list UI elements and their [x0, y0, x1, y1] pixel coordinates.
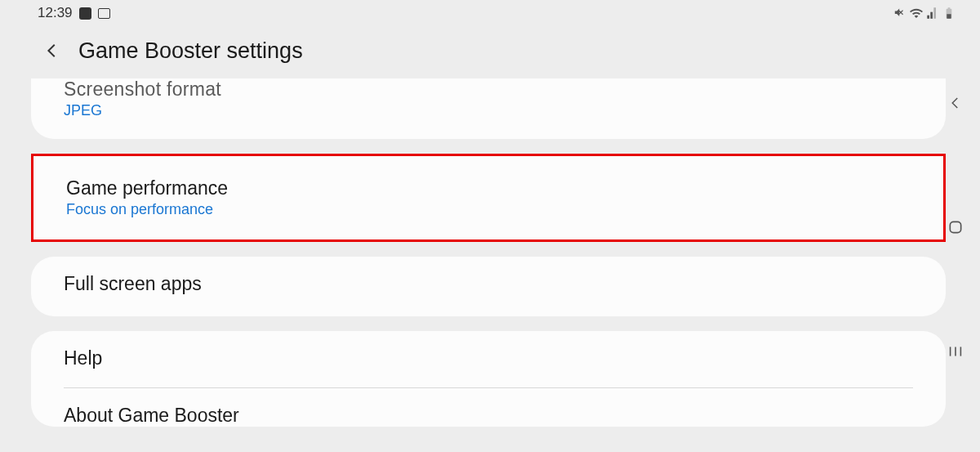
chevron-left-icon: [43, 42, 61, 60]
setting-title: Full screen apps: [64, 273, 913, 295]
header: Game Booster settings: [0, 25, 980, 80]
nav-back-button[interactable]: [946, 93, 965, 113]
status-right: [893, 7, 956, 20]
setting-about[interactable]: About Game Booster: [64, 388, 913, 427]
setting-help[interactable]: Help: [64, 347, 913, 369]
gallery-icon: [98, 8, 110, 19]
wifi-icon: [910, 7, 923, 20]
setting-value: JPEG: [64, 102, 913, 119]
nav-recents-button[interactable]: [946, 342, 965, 361]
status-bar: 12:39: [0, 0, 980, 25]
setting-game-performance[interactable]: Game performance Focus on performance: [31, 154, 946, 242]
setting-title: Screenshot format: [64, 78, 913, 101]
status-left: 12:39: [38, 5, 110, 21]
chevron-left-icon: [948, 96, 963, 110]
svg-rect-0: [950, 222, 960, 232]
setting-value: Focus on performance: [66, 201, 911, 218]
side-navigation: [946, 93, 965, 361]
app-indicator-icon: [79, 7, 91, 20]
back-button[interactable]: [39, 38, 65, 64]
setting-help-about-group: Help About Game Booster: [31, 331, 946, 427]
status-time: 12:39: [38, 5, 73, 21]
mute-icon: [893, 7, 906, 20]
home-outline-icon: [947, 219, 964, 235]
settings-content: Screenshot format JPEG Game performance …: [0, 78, 980, 427]
recents-icon: [947, 345, 964, 358]
signal-icon: [926, 7, 939, 20]
battery-icon: [942, 7, 956, 20]
setting-full-screen-apps[interactable]: Full screen apps: [31, 257, 946, 316]
setting-title: Game performance: [66, 177, 911, 199]
nav-home-button[interactable]: [946, 217, 965, 237]
setting-screenshot-format[interactable]: Screenshot format JPEG: [31, 78, 946, 139]
setting-title: Help: [64, 347, 913, 369]
setting-title: About Game Booster: [64, 405, 913, 427]
page-title: Game Booster settings: [78, 38, 303, 64]
